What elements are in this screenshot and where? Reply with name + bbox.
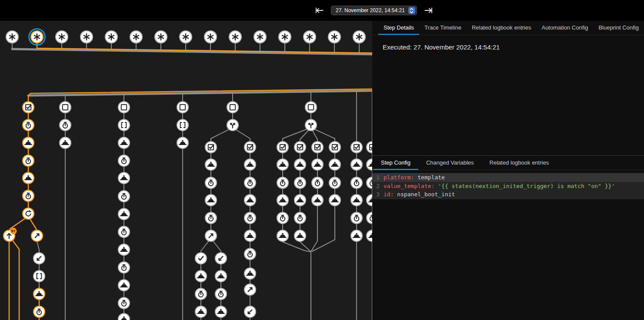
node-checkbox[interactable] [23,102,34,113]
node-bell[interactable] [329,195,340,206]
node-asterisk[interactable] [105,31,117,43]
node-asterisk[interactable] [29,29,45,45]
node-checkbox[interactable] [329,142,340,153]
node-timer[interactable] [294,177,306,188]
node-bell[interactable] [118,172,130,184]
node-bell[interactable] [177,137,188,148]
node-bell[interactable] [367,195,372,206]
node-bell[interactable] [351,230,362,241]
node-timer[interactable] [33,306,45,317]
node-asterisk[interactable] [155,31,167,43]
node-timer[interactable] [277,177,288,188]
node-square[interactable] [118,102,130,113]
node-bell[interactable] [329,159,340,170]
node-square[interactable] [60,102,71,113]
node-bell[interactable] [205,159,217,170]
node-timer[interactable] [118,191,130,202]
tab-related-logbook-entries[interactable]: Related logbook entries [467,21,537,35]
node-arrow-ne[interactable] [205,230,217,241]
node-timer[interactable] [118,297,130,309]
node-checkbox[interactable] [312,142,323,153]
node-bell[interactable] [367,159,372,170]
node-timer[interactable] [351,177,362,188]
node-repeat[interactable] [23,208,34,219]
node-bell[interactable] [195,271,207,282]
node-square[interactable] [305,102,317,113]
node-bell[interactable] [215,271,227,282]
node-timer[interactable] [244,177,256,188]
node-bell[interactable] [23,137,34,148]
node-asterisk[interactable] [304,31,316,43]
next-trace-button[interactable] [424,6,434,15]
node-bell[interactable] [244,195,256,206]
tab-step-details[interactable]: Step Details [378,21,419,35]
node-timer[interactable] [367,212,372,224]
node-split[interactable] [305,119,317,131]
node-brackets[interactable] [177,119,188,131]
node-asterisk[interactable] [229,31,241,43]
node-bell[interactable] [277,230,288,241]
node-bell[interactable] [33,288,45,300]
node-timer[interactable] [277,212,288,224]
node-timer[interactable] [118,155,130,166]
node-asterisk[interactable] [328,31,340,43]
node-brackets[interactable] [118,119,130,131]
node-bell[interactable] [244,268,256,279]
node-timer[interactable] [195,288,207,300]
node-asterisk[interactable] [254,31,266,43]
node-timer[interactable] [244,212,256,224]
node-asterisk[interactable] [204,31,217,43]
node-arrow-up[interactable]: 9+ [3,228,17,242]
node-checkbox[interactable] [277,142,288,153]
node-bell[interactable] [118,313,130,320]
node-asterisk[interactable] [353,31,365,43]
node-asterisk[interactable] [6,31,18,43]
trace-selector[interactable]: 27. November 2022, 14:54:21 [331,6,417,15]
node-bell[interactable] [60,137,71,148]
tab-trace-timeline[interactable]: Trace Timeline [419,21,467,35]
node-bell[interactable] [244,230,256,241]
node-bell[interactable] [351,195,362,206]
tab-automation-config[interactable]: Automation Config [536,21,593,35]
node-timer[interactable] [294,212,306,224]
node-timer[interactable] [60,119,71,131]
node-timer[interactable] [367,177,372,188]
tab-blueprint-config[interactable]: Blueprint Config [593,21,644,35]
node-asterisk[interactable] [130,31,142,43]
node-timer[interactable] [118,262,130,273]
node-bell[interactable] [294,230,306,241]
node-bell[interactable] [244,159,256,170]
tab-related-logbook-entries-2[interactable]: Related logbook entries [482,156,557,170]
node-asterisk[interactable] [279,31,291,43]
node-bell[interactable] [294,159,306,170]
node-bell[interactable] [195,306,207,317]
node-check[interactable] [195,253,207,264]
node-split[interactable] [227,119,238,131]
node-timer[interactable] [23,155,34,166]
node-bell[interactable] [351,159,362,170]
node-timer[interactable] [23,119,34,131]
node-timer[interactable] [23,190,34,201]
node-checkbox[interactable] [367,142,372,153]
node-timer[interactable] [205,212,217,224]
node-bell[interactable] [23,172,34,184]
node-checkbox[interactable] [294,142,306,153]
node-timer[interactable] [118,226,130,238]
node-arrow-ne[interactable] [244,284,256,295]
node-timer[interactable] [351,212,362,224]
node-checkbox[interactable] [351,142,362,153]
node-arrow-sw[interactable] [244,306,256,317]
node-bell[interactable] [215,306,227,317]
previous-trace-button[interactable] [314,6,324,15]
node-square[interactable] [177,102,188,113]
node-bell[interactable] [118,208,130,220]
node-asterisk[interactable] [56,31,68,43]
node-arrow-ne[interactable] [31,230,43,241]
node-timer[interactable] [244,248,256,260]
node-asterisk[interactable] [80,31,93,43]
node-timer[interactable] [205,177,217,188]
node-timer[interactable] [215,288,227,300]
node-checkbox[interactable] [244,142,256,153]
tab-changed-variables[interactable]: Changed Variables [418,156,482,170]
node-bell[interactable] [294,195,306,206]
